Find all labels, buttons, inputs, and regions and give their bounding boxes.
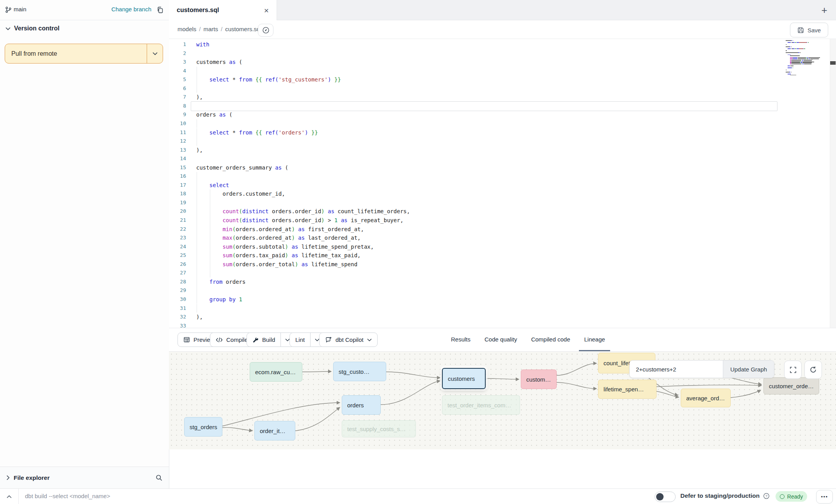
lineage-node-stg-customers[interactable]: stg_custo…	[333, 362, 386, 381]
code-line[interactable]: sum(orders.order_total) as lifetime_spen…	[169, 260, 832, 269]
version-control-section[interactable]: Version control	[5, 25, 59, 32]
copilot-label: dbt Copilot	[335, 336, 364, 343]
status-badge[interactable]: Ready	[776, 491, 807, 502]
version-control-title: Version control	[14, 25, 59, 32]
close-icon[interactable]: ×	[264, 6, 269, 14]
code-line[interactable]: max(orders.ordered_at) as last_ordered_a…	[169, 233, 832, 242]
lineage-canvas[interactable]: ecom.raw_cu…stg_custo…customerscustom…or…	[169, 352, 836, 449]
code-line[interactable]: ),	[169, 313, 832, 322]
minimap[interactable]	[784, 39, 828, 97]
code-line[interactable]: count(distinct orders.order_id) as count…	[169, 207, 832, 216]
scrollbar-thumb[interactable]	[830, 61, 836, 65]
code-line[interactable]	[169, 198, 832, 207]
command-input[interactable]: dbt build --select <model_name>	[25, 493, 110, 499]
copilot-compass-button[interactable]	[258, 24, 273, 37]
lineage-selector-input[interactable]: 2+customers+2	[630, 361, 723, 378]
compass-icon	[262, 27, 270, 34]
lineage-node-average-order[interactable]: average_ord…	[681, 389, 731, 407]
panel-tab-results[interactable]: Results	[446, 329, 476, 351]
breadcrumb-separator: /	[196, 26, 203, 32]
git-branch-icon	[5, 6, 12, 13]
save-button[interactable]: Save	[790, 23, 828, 37]
chevron-up-icon[interactable]	[4, 492, 14, 501]
breadcrumb-item[interactable]: marts	[204, 26, 218, 32]
code-editor[interactable]: 1234567891011121314151617181920212223242…	[169, 39, 836, 367]
code-line[interactable]: select * from {{ ref('stg_customers') }}	[169, 75, 832, 84]
defer-toggle[interactable]	[655, 492, 676, 502]
code-line[interactable]: group by 1	[169, 295, 832, 304]
tab-customers-sql[interactable]: customers.sql ×	[169, 0, 277, 20]
code-line[interactable]: from orders	[169, 278, 832, 286]
lineage-node-lifetime-spend[interactable]: lifetime_spen…	[598, 380, 657, 399]
indent-guide	[197, 84, 197, 93]
indent-guide	[197, 286, 197, 295]
code-line[interactable]	[169, 67, 832, 76]
ready-label: Ready	[787, 493, 803, 500]
lineage-node-stg-orders[interactable]: stg_orders	[184, 417, 222, 437]
code-line[interactable]: count(distinct orders.order_id) > 1 as i…	[169, 216, 832, 225]
lineage-node-test-order-items[interactable]: test_order_items_com…	[442, 395, 520, 415]
lineage-node-orders[interactable]: orders	[342, 395, 381, 415]
code-line[interactable]: sum(orders.tax_paid) as lifetime_tax_pai…	[169, 251, 832, 260]
code-line[interactable]	[169, 84, 832, 93]
lineage-node-order-items[interactable]: order_it…	[254, 421, 295, 440]
copilot-sparkle-icon	[325, 336, 332, 343]
code-line[interactable]	[169, 137, 832, 146]
update-graph-button[interactable]: Update Graph	[723, 361, 774, 378]
panel-tab-code-quality[interactable]: Code quality	[479, 329, 522, 351]
change-branch-link[interactable]: Change branch	[111, 6, 151, 12]
fullscreen-button[interactable]	[784, 361, 802, 379]
code-line[interactable]: min(orders.ordered_at) as first_ordered_…	[169, 225, 832, 234]
editor-tab-bar: customers.sql × +	[169, 0, 836, 20]
file-explorer-title: File explorer	[14, 474, 155, 481]
breadcrumb-item[interactable]: customers.sql	[225, 26, 261, 32]
lineage-node-customers-semantic[interactable]: custom…	[521, 370, 557, 389]
new-tab-button[interactable]: +	[818, 4, 831, 16]
code-line[interactable]	[169, 102, 832, 111]
code-line[interactable]	[169, 304, 832, 313]
code-line[interactable]	[169, 49, 832, 58]
code-line[interactable]	[169, 154, 832, 163]
help-icon[interactable]: ?	[763, 493, 770, 499]
pull-from-remote-label: Pull from remote	[5, 50, 147, 57]
pull-from-remote-button[interactable]: Pull from remote	[5, 44, 163, 64]
code-line[interactable]: with	[169, 40, 832, 49]
panel-tab-lineage[interactable]: Lineage	[579, 329, 610, 351]
code-line[interactable]	[169, 269, 832, 278]
breadcrumb-item[interactable]: models	[177, 26, 196, 32]
branch-name: main	[14, 6, 27, 12]
copy-icon[interactable]	[156, 6, 164, 14]
search-icon[interactable]	[155, 474, 163, 481]
editor-scrollbar[interactable]	[830, 39, 836, 367]
indent-guide	[197, 67, 197, 76]
lint-label: Lint	[295, 336, 305, 343]
defer-label: Defer to staging/production	[680, 492, 760, 499]
code-line[interactable]: orders as (	[169, 110, 832, 119]
dbt-copilot-button[interactable]: dbt Copilot	[319, 332, 378, 347]
code-line[interactable]: ),	[169, 146, 832, 155]
divider	[18, 489, 19, 504]
code-line[interactable]	[169, 286, 832, 295]
code-line[interactable]	[169, 172, 832, 181]
editor-toolbar: Preview Compile	[169, 328, 836, 352]
code-line[interactable]: ),	[169, 93, 832, 102]
pull-dropdown-caret[interactable]	[147, 44, 163, 63]
code-line[interactable]	[169, 119, 832, 128]
code-line[interactable]: select	[169, 181, 832, 190]
more-menu-button[interactable]: •••	[816, 490, 833, 504]
lineage-node-test-supply-costs[interactable]: test_supply_costs_s…	[342, 420, 416, 437]
refresh-icon-button[interactable]	[804, 361, 822, 379]
lineage-edge	[486, 378, 519, 379]
code-line[interactable]: customers as (	[169, 58, 832, 67]
code-line[interactable]: orders.customer_id,	[169, 189, 832, 198]
code-line[interactable]: select * from {{ ref('orders') }}	[169, 128, 832, 137]
file-explorer-row[interactable]: File explorer	[0, 467, 169, 488]
build-button[interactable]: Build	[247, 332, 295, 347]
lineage-edge	[222, 428, 252, 431]
lineage-node-ecom-raw-customers[interactable]: ecom.raw_cu…	[250, 362, 302, 382]
code-line[interactable]: customer_orders_summary as (	[169, 163, 832, 172]
panel-tab-compiled-code[interactable]: Compiled code	[526, 329, 575, 351]
lineage-node-customers[interactable]: customers	[442, 368, 486, 389]
code-line[interactable]: sum(orders.subtotal) as lifetime_spend_p…	[169, 242, 832, 251]
lineage-node-customer-orders[interactable]: customer_orde…	[763, 377, 819, 394]
